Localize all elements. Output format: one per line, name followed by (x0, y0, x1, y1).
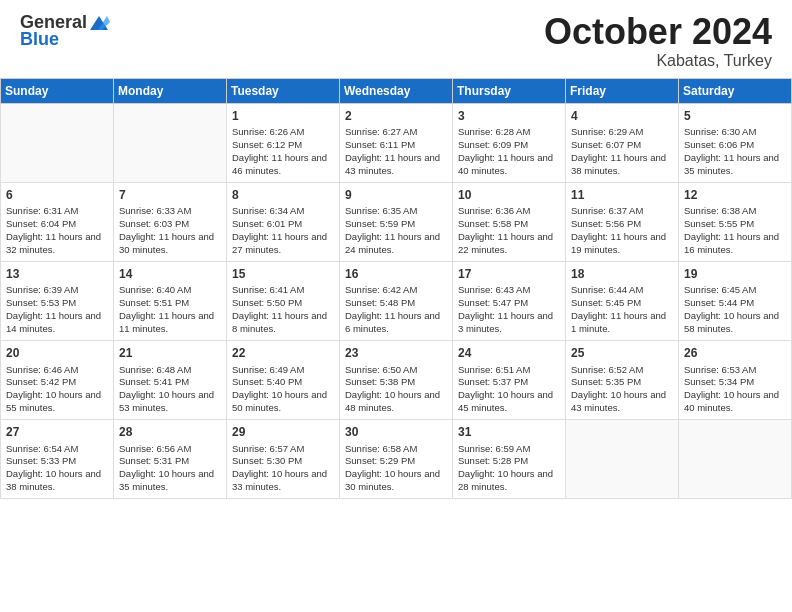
day-number: 10 (458, 187, 560, 204)
calendar-cell: 22Sunrise: 6:49 AM Sunset: 5:40 PM Dayli… (227, 340, 340, 419)
calendar-cell: 13Sunrise: 6:39 AM Sunset: 5:53 PM Dayli… (1, 261, 114, 340)
title-location: Kabatas, Turkey (544, 52, 772, 70)
calendar-cell (566, 419, 679, 498)
day-info: Sunrise: 6:33 AM Sunset: 6:03 PM Dayligh… (119, 205, 221, 256)
day-info: Sunrise: 6:39 AM Sunset: 5:53 PM Dayligh… (6, 284, 108, 335)
logo: General Blue (20, 12, 111, 50)
calendar-cell: 2Sunrise: 6:27 AM Sunset: 6:11 PM Daylig… (340, 103, 453, 182)
page: General Blue October 2024 Kabatas, Turke… (0, 0, 792, 612)
day-number: 14 (119, 266, 221, 283)
day-number: 24 (458, 345, 560, 362)
logo-icon (88, 14, 110, 32)
day-info: Sunrise: 6:44 AM Sunset: 5:45 PM Dayligh… (571, 284, 673, 335)
calendar-cell: 7Sunrise: 6:33 AM Sunset: 6:03 PM Daylig… (114, 182, 227, 261)
day-info: Sunrise: 6:40 AM Sunset: 5:51 PM Dayligh… (119, 284, 221, 335)
day-number: 8 (232, 187, 334, 204)
day-info: Sunrise: 6:58 AM Sunset: 5:29 PM Dayligh… (345, 443, 447, 494)
calendar-cell (679, 419, 792, 498)
day-info: Sunrise: 6:56 AM Sunset: 5:31 PM Dayligh… (119, 443, 221, 494)
day-number: 2 (345, 108, 447, 125)
day-info: Sunrise: 6:29 AM Sunset: 6:07 PM Dayligh… (571, 126, 673, 177)
calendar-cell (114, 103, 227, 182)
day-info: Sunrise: 6:49 AM Sunset: 5:40 PM Dayligh… (232, 364, 334, 415)
col-header-wednesday: Wednesday (340, 78, 453, 103)
day-info: Sunrise: 6:53 AM Sunset: 5:34 PM Dayligh… (684, 364, 786, 415)
calendar-cell: 4Sunrise: 6:29 AM Sunset: 6:07 PM Daylig… (566, 103, 679, 182)
calendar-cell: 10Sunrise: 6:36 AM Sunset: 5:58 PM Dayli… (453, 182, 566, 261)
day-number: 18 (571, 266, 673, 283)
calendar-cell: 30Sunrise: 6:58 AM Sunset: 5:29 PM Dayli… (340, 419, 453, 498)
day-number: 21 (119, 345, 221, 362)
calendar-table: SundayMondayTuesdayWednesdayThursdayFrid… (0, 78, 792, 499)
day-number: 22 (232, 345, 334, 362)
day-info: Sunrise: 6:41 AM Sunset: 5:50 PM Dayligh… (232, 284, 334, 335)
header: General Blue October 2024 Kabatas, Turke… (0, 0, 792, 78)
day-number: 26 (684, 345, 786, 362)
calendar-cell: 14Sunrise: 6:40 AM Sunset: 5:51 PM Dayli… (114, 261, 227, 340)
calendar-cell: 27Sunrise: 6:54 AM Sunset: 5:33 PM Dayli… (1, 419, 114, 498)
col-header-friday: Friday (566, 78, 679, 103)
day-number: 11 (571, 187, 673, 204)
day-info: Sunrise: 6:35 AM Sunset: 5:59 PM Dayligh… (345, 205, 447, 256)
day-info: Sunrise: 6:51 AM Sunset: 5:37 PM Dayligh… (458, 364, 560, 415)
day-info: Sunrise: 6:27 AM Sunset: 6:11 PM Dayligh… (345, 126, 447, 177)
calendar-cell: 28Sunrise: 6:56 AM Sunset: 5:31 PM Dayli… (114, 419, 227, 498)
day-number: 17 (458, 266, 560, 283)
calendar-cell: 12Sunrise: 6:38 AM Sunset: 5:55 PM Dayli… (679, 182, 792, 261)
day-number: 27 (6, 424, 108, 441)
day-number: 28 (119, 424, 221, 441)
day-info: Sunrise: 6:46 AM Sunset: 5:42 PM Dayligh… (6, 364, 108, 415)
day-info: Sunrise: 6:43 AM Sunset: 5:47 PM Dayligh… (458, 284, 560, 335)
calendar-cell: 29Sunrise: 6:57 AM Sunset: 5:30 PM Dayli… (227, 419, 340, 498)
day-info: Sunrise: 6:30 AM Sunset: 6:06 PM Dayligh… (684, 126, 786, 177)
day-number: 5 (684, 108, 786, 125)
col-header-tuesday: Tuesday (227, 78, 340, 103)
calendar-cell: 11Sunrise: 6:37 AM Sunset: 5:56 PM Dayli… (566, 182, 679, 261)
day-number: 30 (345, 424, 447, 441)
col-header-thursday: Thursday (453, 78, 566, 103)
col-header-sunday: Sunday (1, 78, 114, 103)
calendar-cell: 1Sunrise: 6:26 AM Sunset: 6:12 PM Daylig… (227, 103, 340, 182)
day-info: Sunrise: 6:34 AM Sunset: 6:01 PM Dayligh… (232, 205, 334, 256)
calendar-cell: 15Sunrise: 6:41 AM Sunset: 5:50 PM Dayli… (227, 261, 340, 340)
day-info: Sunrise: 6:59 AM Sunset: 5:28 PM Dayligh… (458, 443, 560, 494)
day-number: 7 (119, 187, 221, 204)
calendar-cell: 6Sunrise: 6:31 AM Sunset: 6:04 PM Daylig… (1, 182, 114, 261)
day-info: Sunrise: 6:38 AM Sunset: 5:55 PM Dayligh… (684, 205, 786, 256)
day-info: Sunrise: 6:28 AM Sunset: 6:09 PM Dayligh… (458, 126, 560, 177)
day-number: 3 (458, 108, 560, 125)
day-number: 13 (6, 266, 108, 283)
calendar-cell (1, 103, 114, 182)
title-block: October 2024 Kabatas, Turkey (544, 12, 772, 70)
calendar-cell: 23Sunrise: 6:50 AM Sunset: 5:38 PM Dayli… (340, 340, 453, 419)
calendar-cell: 3Sunrise: 6:28 AM Sunset: 6:09 PM Daylig… (453, 103, 566, 182)
calendar-cell: 26Sunrise: 6:53 AM Sunset: 5:34 PM Dayli… (679, 340, 792, 419)
day-info: Sunrise: 6:36 AM Sunset: 5:58 PM Dayligh… (458, 205, 560, 256)
day-number: 19 (684, 266, 786, 283)
day-info: Sunrise: 6:57 AM Sunset: 5:30 PM Dayligh… (232, 443, 334, 494)
calendar-cell: 16Sunrise: 6:42 AM Sunset: 5:48 PM Dayli… (340, 261, 453, 340)
day-info: Sunrise: 6:42 AM Sunset: 5:48 PM Dayligh… (345, 284, 447, 335)
day-number: 1 (232, 108, 334, 125)
calendar-cell: 5Sunrise: 6:30 AM Sunset: 6:06 PM Daylig… (679, 103, 792, 182)
col-header-saturday: Saturday (679, 78, 792, 103)
day-number: 16 (345, 266, 447, 283)
calendar-cell: 17Sunrise: 6:43 AM Sunset: 5:47 PM Dayli… (453, 261, 566, 340)
day-number: 20 (6, 345, 108, 362)
calendar-cell: 8Sunrise: 6:34 AM Sunset: 6:01 PM Daylig… (227, 182, 340, 261)
logo-blue: Blue (20, 29, 59, 50)
col-header-monday: Monday (114, 78, 227, 103)
day-info: Sunrise: 6:37 AM Sunset: 5:56 PM Dayligh… (571, 205, 673, 256)
calendar-cell: 20Sunrise: 6:46 AM Sunset: 5:42 PM Dayli… (1, 340, 114, 419)
calendar-cell: 25Sunrise: 6:52 AM Sunset: 5:35 PM Dayli… (566, 340, 679, 419)
day-info: Sunrise: 6:54 AM Sunset: 5:33 PM Dayligh… (6, 443, 108, 494)
day-number: 4 (571, 108, 673, 125)
calendar-cell: 19Sunrise: 6:45 AM Sunset: 5:44 PM Dayli… (679, 261, 792, 340)
calendar-cell: 9Sunrise: 6:35 AM Sunset: 5:59 PM Daylig… (340, 182, 453, 261)
day-number: 29 (232, 424, 334, 441)
day-number: 6 (6, 187, 108, 204)
day-number: 15 (232, 266, 334, 283)
day-info: Sunrise: 6:48 AM Sunset: 5:41 PM Dayligh… (119, 364, 221, 415)
day-number: 9 (345, 187, 447, 204)
calendar-cell: 24Sunrise: 6:51 AM Sunset: 5:37 PM Dayli… (453, 340, 566, 419)
